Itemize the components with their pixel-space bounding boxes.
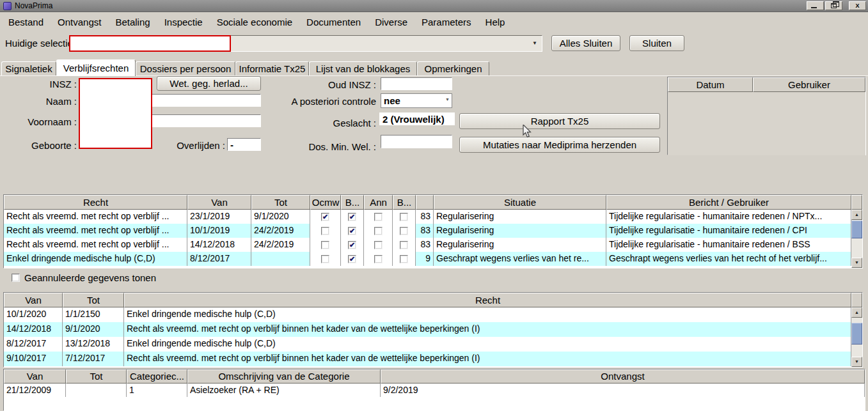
menu-item-inspectie[interactable]: Inspectie	[157, 14, 210, 30]
table-row[interactable]: 8/12/2017 13/12/2018 Enkel dringende med…	[4, 337, 862, 352]
col-recht[interactable]: Recht	[124, 293, 851, 307]
oud-insz-input[interactable]	[381, 77, 452, 90]
audit-col-gebruiker[interactable]: Gebruiker	[753, 77, 865, 92]
minimize-button[interactable]	[807, 1, 824, 10]
menu-item-sociale-economie[interactable]: Sociale economie	[210, 14, 299, 30]
wet-geg-herlad-button[interactable]: Wet. geg. herlad...	[157, 76, 261, 91]
cell-ocmw	[310, 252, 341, 266]
b1-checkbox[interactable]: ✔	[348, 213, 356, 221]
tab-verblijfsrechten[interactable]: Verblijfsrechten	[56, 59, 136, 76]
naam-label: Naam :	[13, 96, 77, 107]
geannuleerde-toggle[interactable]: Geannuleerde gegevens tonen	[12, 272, 156, 283]
overlijden-value[interactable]: -	[227, 138, 261, 151]
scrollbar-thumb[interactable]	[851, 323, 862, 345]
menu-item-bestand[interactable]: Bestand	[1, 14, 51, 30]
restore-button[interactable]	[825, 1, 842, 10]
ann-checkbox[interactable]	[374, 255, 383, 263]
col-tot[interactable]: Tot	[63, 293, 124, 307]
alles-sluiten-button[interactable]: Alles Sluiten	[551, 35, 620, 51]
col-omschrijving[interactable]: Omschrijving van de Categorie	[187, 369, 381, 384]
col-van[interactable]: Van	[4, 369, 66, 384]
b2-checkbox[interactable]	[400, 241, 408, 249]
geannuleerde-checkbox[interactable]	[12, 274, 20, 282]
col-bericht-gebruiker[interactable]: Bericht / Gebruiker	[606, 195, 851, 210]
scroll-up-icon[interactable]: ▲	[851, 307, 862, 318]
selection-combobox[interactable]: ▼	[69, 35, 542, 52]
col-categoriecode[interactable]: Categoriec...	[127, 369, 187, 384]
chevron-down-icon[interactable]: ▼	[445, 97, 450, 102]
table-row[interactable]: Recht als vreemd. met recht op verblijf …	[4, 210, 862, 224]
a-posteriori-select[interactable]: nee ▼	[381, 93, 452, 108]
col-van[interactable]: Van	[187, 195, 251, 210]
col-tot[interactable]: Tot	[66, 369, 127, 384]
periods-table-scrollbar[interactable]: ▲ ▼	[851, 307, 862, 367]
cell-b1: ✔	[341, 252, 364, 266]
selection-input[interactable]	[69, 35, 231, 52]
col-b2[interactable]: B...	[393, 195, 416, 210]
menu-item-documenten[interactable]: Documenten	[299, 14, 368, 30]
cell-ann	[364, 252, 393, 266]
mutaties-mediprima-button[interactable]: Mutaties naar Mediprima herzenden	[459, 137, 660, 153]
cell-recht: Recht als vreemd. met recht op verblijf …	[4, 224, 187, 238]
menu-item-diverse[interactable]: Diverse	[368, 14, 414, 30]
b1-checkbox[interactable]: ✔	[348, 255, 356, 263]
b2-checkbox[interactable]	[400, 255, 408, 263]
rapport-tx25-button[interactable]: Rapport Tx25	[459, 113, 660, 129]
col-ann[interactable]: Ann	[364, 195, 393, 210]
close-button[interactable]: X	[849, 1, 866, 10]
table-row[interactable]: 14/12/2018 9/1/2020 Recht als vreemd. me…	[4, 322, 862, 337]
col-recht[interactable]: Recht	[4, 195, 187, 210]
b1-checkbox[interactable]: ✔	[348, 227, 356, 235]
ocmw-checkbox[interactable]	[321, 227, 329, 235]
col-num[interactable]	[416, 195, 434, 210]
ann-checkbox[interactable]	[374, 241, 383, 249]
chevron-down-icon[interactable]: ▼	[530, 38, 540, 49]
menu-item-help[interactable]: Help	[478, 14, 512, 30]
ann-checkbox[interactable]	[374, 227, 383, 235]
scrollbar-thumb[interactable]	[851, 221, 862, 238]
ann-checkbox[interactable]	[374, 213, 383, 221]
cell-ocmw	[310, 238, 341, 252]
close-icon: X	[855, 3, 859, 9]
audit-col-datum[interactable]: Datum	[668, 77, 753, 92]
geboorte-label: Geboorte :	[13, 140, 77, 151]
menu-item-ontvangst[interactable]: Ontvangst	[51, 14, 108, 30]
rights-table-scrollbar[interactable]: ▲ ▼	[851, 210, 862, 268]
menu-item-betaling[interactable]: Betaling	[108, 14, 157, 30]
scroll-down-icon[interactable]: ▼	[851, 357, 862, 367]
col-tot[interactable]: Tot	[251, 195, 310, 210]
sluiten-button[interactable]: Sluiten	[629, 35, 684, 51]
dos-min-wel-input[interactable]	[381, 135, 452, 148]
cell-recht: Enkel dringende medische hulp (C,D)	[124, 307, 851, 322]
b2-checkbox[interactable]	[400, 227, 408, 235]
cell-van: 21/12/2009	[4, 384, 66, 397]
table-row[interactable]: Enkel dringende medische hulp (C,D) 8/12…	[4, 252, 862, 266]
col-ontvangst[interactable]: Ontvangst	[381, 369, 865, 384]
ocmw-checkbox[interactable]: ✔	[321, 213, 329, 221]
b2-checkbox[interactable]	[400, 213, 408, 221]
table-row[interactable]: Recht als vreemd. met recht op verblijf …	[4, 224, 862, 238]
tab-signaletiek[interactable]: Signaletiek	[1, 61, 56, 76]
col-b1[interactable]: B...	[341, 195, 364, 210]
cell-omschrijving: Asielzoeker (RA + RE)	[187, 384, 381, 397]
scroll-up-icon[interactable]: ▲	[851, 210, 862, 220]
cell-bericht: Tijdelijke regularisatie - humanitaire r…	[606, 238, 851, 252]
b1-checkbox[interactable]: ✔	[348, 241, 356, 249]
col-situatie[interactable]: Situatie	[434, 195, 606, 210]
tab-dossiers-per-persoon[interactable]: Dossiers per persoon	[136, 61, 235, 76]
table-row[interactable]: 21/12/2009 1 Asielzoeker (RA + RE) 9/2/2…	[4, 384, 865, 397]
cell-num: 83	[416, 224, 434, 238]
table-row[interactable]: Recht als vreemd. met recht op verblijf …	[4, 238, 862, 252]
table-row[interactable]: 9/10/2017 7/12/2017 Recht als vreemd. me…	[4, 352, 862, 366]
col-ocmw[interactable]: Ocmw	[310, 195, 341, 210]
tab-opmerkingen[interactable]: Opmerkingen	[417, 61, 489, 76]
tab-lijst-van-de-blokkages[interactable]: Lijst van de blokkages	[309, 61, 417, 76]
ocmw-checkbox[interactable]	[321, 255, 329, 263]
tab-informatie-tx25[interactable]: Informatie Tx25	[235, 61, 309, 76]
table-row[interactable]: 10/1/2020 1/1/2150 Enkel dringende medis…	[4, 307, 862, 322]
col-van[interactable]: Van	[4, 293, 63, 307]
scroll-down-icon[interactable]: ▼	[851, 258, 862, 268]
ocmw-checkbox[interactable]	[321, 241, 329, 249]
menu-item-parameters[interactable]: Parameters	[414, 14, 478, 30]
cell-tot: 13/12/2018	[63, 337, 124, 352]
